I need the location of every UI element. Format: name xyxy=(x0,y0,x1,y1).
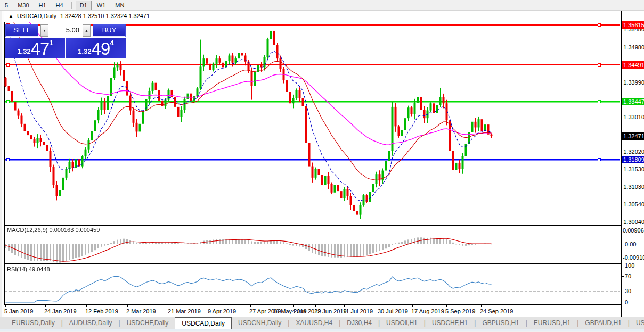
macd-axis-tick: 0.00 xyxy=(622,240,644,247)
timeframe-button-mn[interactable]: MN xyxy=(111,1,128,10)
chart-tab-usdcad-daily[interactable]: USDCAD,Daily xyxy=(175,317,232,329)
timeframe-button-h4[interactable]: H4 xyxy=(52,1,68,10)
chart-tab-audusd-daily[interactable]: AUDUSD,Daily xyxy=(63,317,119,329)
sell-price-button[interactable]: 1.32471 xyxy=(5,38,65,58)
price-axis-tick: 1.34980 xyxy=(622,44,644,51)
date-axis-label: 30 Jul 2019 xyxy=(378,308,408,314)
rsi-axis-tick: 100 xyxy=(622,262,644,269)
price-axis-tick: 1.32020 xyxy=(622,148,644,155)
volume-decrease-icon[interactable]: ▼ xyxy=(40,24,48,37)
price-axis-tick: 1.30540 xyxy=(622,201,644,208)
rsi-axis-tick: 30 xyxy=(622,287,644,294)
chart-tab-eurusd-h1[interactable]: EURUSD,H1 xyxy=(527,317,577,329)
price-axis-tick: 1.30040 xyxy=(622,219,644,226)
chart-symbol-label: USDCAD,Daily xyxy=(17,13,56,19)
sell-button[interactable]: SELL xyxy=(5,24,38,37)
rsi-axis-tick: 70 xyxy=(622,273,644,280)
window-bottom-edge xyxy=(0,329,644,331)
chart-tab-gbpaud-h1[interactable]: GBPAUD,H1 xyxy=(578,317,627,329)
macd-axis-tick: -0.00910 xyxy=(622,254,644,261)
date-axis-label: 11 Jul 2019 xyxy=(343,308,373,314)
sell-price-pip: 1 xyxy=(49,38,53,47)
buy-price-digits: 49 xyxy=(92,41,110,57)
timeframe-toolbar: 5M30H1H4D1W1MN xyxy=(0,0,644,11)
chart-tab-usdcnh-daily[interactable]: USDCNH,Daily xyxy=(232,317,288,329)
date-axis-label: 5 Jan 2019 xyxy=(4,308,33,314)
one-click-trading-panel: SELL ▼ 5.00 ▲ BUY 1.32471 1.32494 xyxy=(5,24,126,58)
date-axis-label: 9 Apr 2019 xyxy=(208,308,236,314)
chart-tab-eurusd-daily[interactable]: EURUSD,Daily xyxy=(5,317,61,329)
price-level-badge: 1.34491 xyxy=(622,61,644,69)
volume-stepper: ▼ 5.00 ▲ xyxy=(40,24,91,37)
chart-ohlc-values: 1.32428 1.32510 1.32324 1.32471 xyxy=(60,13,150,19)
date-axis-label: 5 Sep 2019 xyxy=(445,308,475,314)
date-axis-label: 2 Mar 2019 xyxy=(126,308,156,314)
date-tick-mark xyxy=(446,305,447,307)
price-axis-tick: 1.33990 xyxy=(622,79,644,86)
chart-tab-xauusd-h4[interactable]: XAUUSD,H4 xyxy=(289,317,339,329)
buy-price-pip: 4 xyxy=(110,38,113,47)
macd-axis-tick: 0.009062 xyxy=(622,227,644,234)
timeframe-button-m30[interactable]: M30 xyxy=(13,1,33,10)
timeframe-button-w1[interactable]: W1 xyxy=(93,1,110,10)
price-axis-tick: 1.31030 xyxy=(622,184,644,190)
sell-price-digits: 47 xyxy=(31,41,50,57)
rsi-label: RSI(14) 49.0448 xyxy=(7,266,50,272)
date-axis-label: 17 Aug 2019 xyxy=(411,308,444,314)
volume-increase-icon[interactable]: ▲ xyxy=(83,24,91,37)
window-left-frame xyxy=(0,11,4,317)
date-axis-label: 24 Jan 2019 xyxy=(44,308,77,314)
date-tick-mark xyxy=(209,305,209,307)
price-level-badge: 1.31809 xyxy=(622,156,644,163)
date-axis-label: 12 Feb 2019 xyxy=(85,308,118,314)
rsi-axis-tick: 0 xyxy=(622,298,644,305)
date-tick-mark xyxy=(481,305,482,307)
date-tick-mark xyxy=(412,305,413,307)
date-tick-mark xyxy=(274,305,274,307)
date-tick-mark xyxy=(315,305,316,307)
date-tick-mark xyxy=(293,305,294,307)
price-level-badge: 1.33447 xyxy=(622,98,644,105)
chart-tab-usdoil-h1[interactable]: USDOil,H1 xyxy=(380,317,424,329)
chart-title: ▲ USDCAD,Daily 1.32428 1.32510 1.32324 1… xyxy=(9,13,150,19)
chart-tab-gbpusd-h1[interactable]: GBPUSD,H1 xyxy=(476,317,525,329)
volume-input[interactable]: 5.00 xyxy=(48,24,83,37)
rsi-indicator-canvas[interactable] xyxy=(4,264,621,305)
price-level-badge: 1.32471 xyxy=(622,132,644,140)
toolbar-divider xyxy=(71,2,72,9)
date-axis[interactable]: 5 Jan 201924 Jan 201912 Feb 20192 Mar 20… xyxy=(4,305,621,317)
chart-window: ▲ USDCAD,Daily 1.32428 1.32510 1.32324 1… xyxy=(4,11,621,317)
chart-tab-usdchf-h1[interactable]: USDCHF,H1 xyxy=(426,317,474,329)
timeframe-button-h1[interactable]: H1 xyxy=(35,1,51,10)
sell-price-prefix: 1.32 xyxy=(17,47,30,57)
date-axis-label: 24 Sep 2019 xyxy=(480,308,513,314)
timeframe-button-5[interactable]: 5 xyxy=(1,1,12,10)
price-axis-tick: 1.31530 xyxy=(622,166,644,173)
price-axis[interactable]: 1.354801.349801.339901.330101.320201.315… xyxy=(621,11,644,317)
chart-tab-dj30-h4[interactable]: DJ30,H4 xyxy=(340,317,378,329)
buy-button[interactable]: BUY xyxy=(93,24,126,37)
date-tick-mark xyxy=(250,305,251,307)
price-level-badge: 1.35615 xyxy=(622,21,644,29)
mt4-window: 5M30H1H4D1W1MN ▲ USDCAD,Daily 1.32428 1.… xyxy=(0,0,644,332)
date-tick-mark xyxy=(379,305,379,307)
date-tick-mark xyxy=(169,305,169,307)
date-tick-mark xyxy=(344,305,345,307)
date-tick-mark xyxy=(45,305,46,307)
date-tick-mark xyxy=(5,305,6,307)
chart-tab-usdjp[interactable]: USDJP xyxy=(630,317,644,329)
buy-price-button[interactable]: 1.32494 xyxy=(66,38,126,58)
collapse-triangle-icon[interactable]: ▲ xyxy=(9,13,13,19)
macd-label: MACD(12,26,9) 0.000163 0.000459 xyxy=(7,227,100,233)
buy-price-prefix: 1.32 xyxy=(78,47,91,57)
date-axis-label: 21 Mar 2019 xyxy=(168,308,201,314)
chart-tabs: EURUSD,Daily|AUDUSD,Daily|USDCHF,DailyUS… xyxy=(0,317,644,329)
date-axis-label: 22 Jun 2019 xyxy=(314,308,347,314)
timeframe-button-d1[interactable]: D1 xyxy=(76,1,92,10)
price-axis-tick: 1.33010 xyxy=(622,113,644,120)
date-tick-mark xyxy=(86,305,87,307)
chart-tab-usdchf-daily[interactable]: USDCHF,Daily xyxy=(120,317,175,329)
date-tick-mark xyxy=(127,305,128,307)
